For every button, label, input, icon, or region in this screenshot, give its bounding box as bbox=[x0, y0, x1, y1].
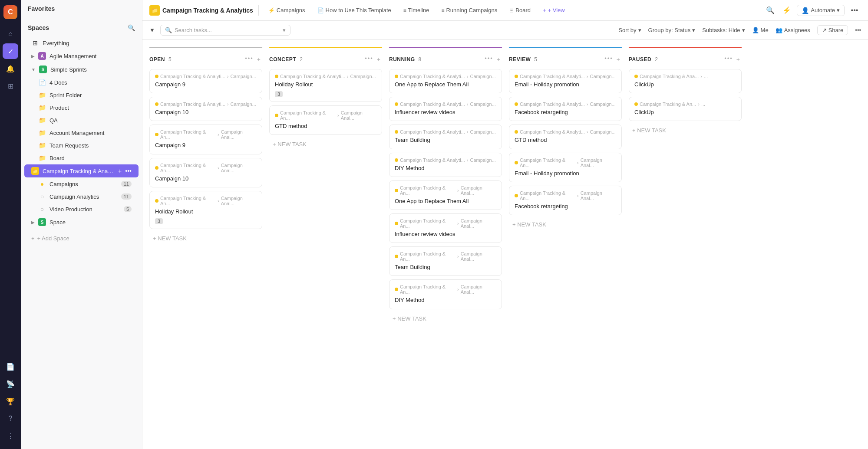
card-running-4[interactable]: Campaign Tracking & An... › Campaign Ana… bbox=[389, 180, 502, 210]
more-options-button[interactable]: ••• bbox=[848, 4, 861, 17]
column-menu-concept[interactable]: ••• bbox=[365, 55, 373, 64]
card-running-6[interactable]: Campaign Tracking & An... › Campaign Ana… bbox=[389, 246, 502, 276]
card-title: ClickUp bbox=[634, 81, 736, 88]
sidebar-item-board[interactable]: 📁 Board bbox=[24, 152, 139, 164]
card-open-2[interactable]: Campaign Tracking & An... › Campaign Ana… bbox=[149, 125, 262, 154]
card-review-2[interactable]: Campaign Tracking & Analyti... › Campaig… bbox=[509, 125, 622, 149]
subtasks-button[interactable]: Subtasks: Hide ▾ bbox=[702, 27, 745, 33]
sidebar-item-campaigns[interactable]: ● Campaigns 11 bbox=[24, 178, 139, 190]
add-list-icon[interactable]: + bbox=[118, 167, 122, 174]
card-review-1[interactable]: Campaign Tracking & Analyti... › Campaig… bbox=[509, 97, 622, 121]
add-view-button[interactable]: + + View bbox=[538, 5, 569, 15]
sidebar-item-label: Product bbox=[50, 105, 69, 111]
card-paused-1[interactable]: Campaign Tracking & An... › ... ClickUp bbox=[629, 97, 742, 121]
new-task-paused[interactable]: + NEW TASK bbox=[629, 125, 742, 136]
add-space-button[interactable]: + + Add Space bbox=[24, 233, 139, 244]
new-task-review[interactable]: + NEW TASK bbox=[509, 219, 622, 230]
help-icon[interactable]: ? bbox=[3, 411, 18, 426]
home-icon[interactable]: ⌂ bbox=[3, 26, 18, 42]
tasks-icon[interactable]: ✓ bbox=[3, 43, 18, 59]
sort-by-button[interactable]: Sort by ▾ bbox=[618, 27, 641, 33]
card-title: Influencer review videos bbox=[395, 230, 496, 238]
chevron-right-icon: ▶ bbox=[31, 54, 35, 59]
space-avatar: S bbox=[38, 218, 46, 226]
card-concept-0[interactable]: Campaign Tracking & Analyti... › Campaig… bbox=[269, 69, 382, 102]
dot-menu-icon[interactable]: ••• bbox=[125, 167, 132, 174]
card-open-3[interactable]: Campaign Tracking & An... › Campaign Ana… bbox=[149, 158, 262, 187]
sidebar-header: Favorites bbox=[21, 0, 142, 17]
column-add-paused[interactable]: + bbox=[735, 55, 742, 64]
column-menu-review[interactable]: ••• bbox=[604, 55, 613, 64]
more-vertical-icon[interactable]: ⋮ bbox=[3, 428, 18, 444]
card-open-4[interactable]: Campaign Tracking & An... › Campaign Ana… bbox=[149, 191, 262, 229]
sidebar-item-simple-sprints[interactable]: ▼ S Simple Sprints bbox=[24, 63, 139, 76]
folder-icon: 📁 bbox=[38, 92, 46, 98]
card-review-3[interactable]: Campaign Tracking & An... › Campaign Ana… bbox=[509, 153, 622, 182]
sidebar-item-sprint-folder[interactable]: 📁 Sprint Folder bbox=[24, 89, 139, 101]
card-running-2[interactable]: Campaign Tracking & Analyti... › Campaig… bbox=[389, 125, 502, 149]
automate-button[interactable]: 👤 Automate ▾ bbox=[797, 5, 845, 16]
search-icon[interactable]: 🔍 bbox=[128, 24, 135, 31]
column-add-review[interactable]: + bbox=[615, 55, 622, 64]
breadcrumb-sub: Campaign... bbox=[470, 129, 495, 134]
column-menu-paused[interactable]: ••• bbox=[724, 55, 733, 64]
add-view-label: + View bbox=[548, 7, 565, 13]
card-running-0[interactable]: Campaign Tracking & Analyti... › Campaig… bbox=[389, 69, 502, 93]
column-header-concept: CONCEPT 2 ••• + bbox=[269, 53, 382, 66]
card-running-3[interactable]: Campaign Tracking & Analyti... › Campaig… bbox=[389, 153, 502, 177]
trophy-icon[interactable]: 🏆 bbox=[3, 393, 18, 409]
board-tab[interactable]: ⊟ Board bbox=[505, 5, 535, 15]
running-campaigns-tab[interactable]: ≡ Running Campaigns bbox=[437, 5, 502, 15]
breadcrumb-text: Campaign Tracking & An... bbox=[160, 196, 216, 206]
sidebar-item-campaign-analytics[interactable]: ○ Campaign Analytics 11 bbox=[24, 190, 139, 203]
sidebar-item-space[interactable]: ▶ S Space bbox=[24, 216, 139, 229]
bell-icon[interactable]: 🔔 bbox=[3, 61, 18, 76]
sidebar-item-video-production[interactable]: ○ Video Production 5 bbox=[24, 203, 139, 215]
column-menu-running[interactable]: ••• bbox=[485, 55, 493, 64]
column-add-open[interactable]: + bbox=[255, 55, 262, 64]
more-toolbar-button[interactable]: ••• bbox=[855, 27, 861, 33]
me-filter-button[interactable]: 👤 Me bbox=[752, 27, 769, 33]
filter-button[interactable]: ▼ bbox=[149, 27, 155, 33]
timeline-tab[interactable]: ≡ Timeline bbox=[399, 5, 434, 15]
card-running-5[interactable]: Campaign Tracking & An... › Campaign Ana… bbox=[389, 213, 502, 243]
search-tasks-input[interactable]: 🔍 Search tasks... ▾ bbox=[160, 25, 290, 36]
grid-icon[interactable]: ⊞ bbox=[3, 78, 18, 94]
doc-icon[interactable]: 📄 bbox=[3, 359, 18, 374]
card-concept-1[interactable]: Campaign Tracking & An... › Campaign Ana… bbox=[269, 105, 382, 135]
new-task-running[interactable]: + NEW TASK bbox=[389, 313, 502, 324]
card-paused-0[interactable]: Campaign Tracking & Ana... › ... ClickUp bbox=[629, 69, 742, 93]
sidebar-item-team-requests[interactable]: 📁 Team Requests bbox=[24, 139, 139, 151]
card-title: Campaign 10 bbox=[155, 175, 257, 183]
lightning-button[interactable]: ⚡ bbox=[780, 4, 793, 17]
sidebar-item-campaign-tracking[interactable]: 📁 Campaign Tracking & Analy... + ••• bbox=[24, 164, 139, 177]
sidebar-item-account-mgmt[interactable]: 📁 Account Management bbox=[24, 127, 139, 139]
assignees-button[interactable]: 👥 Assignees bbox=[776, 27, 810, 33]
campaigns-tab[interactable]: ⚡ Campaigns bbox=[264, 5, 310, 15]
group-by-button[interactable]: Group by: Status ▾ bbox=[648, 27, 696, 33]
how-to-tab[interactable]: 📄 How to Use This Template bbox=[313, 5, 396, 15]
app-logo[interactable]: C bbox=[3, 5, 17, 19]
column-add-concept[interactable]: + bbox=[375, 55, 382, 64]
card-open-0[interactable]: Campaign Tracking & Analyti... › Campaig… bbox=[149, 69, 262, 93]
breadcrumb-arrow-icon: › bbox=[337, 113, 339, 118]
sidebar-item-qa[interactable]: 📁 QA bbox=[24, 114, 139, 126]
new-task-concept[interactable]: + NEW TASK bbox=[269, 138, 382, 150]
card-running-1[interactable]: Campaign Tracking & Analyti... › Campaig… bbox=[389, 97, 502, 121]
sidebar-item-4docs[interactable]: 📄 4 Docs bbox=[24, 76, 139, 88]
search-button[interactable]: 🔍 bbox=[764, 4, 777, 17]
sidebar-item-agile[interactable]: ▶ A Agile Management bbox=[24, 49, 139, 62]
share-button[interactable]: ↗ Share bbox=[817, 25, 848, 35]
column-menu-open[interactable]: ••• bbox=[245, 55, 254, 64]
column-add-running[interactable]: + bbox=[495, 55, 502, 64]
sidebar-item-label: Board bbox=[50, 155, 65, 161]
card-review-4[interactable]: Campaign Tracking & An... › Campaign Ana… bbox=[509, 186, 622, 215]
card-open-1[interactable]: Campaign Tracking & Analyti... › Campaig… bbox=[149, 97, 262, 121]
new-task-open[interactable]: + NEW TASK bbox=[149, 233, 262, 244]
card-review-0[interactable]: Campaign Tracking & Analyti... › Campaig… bbox=[509, 69, 622, 93]
sidebar-item-product[interactable]: 📁 Product bbox=[24, 102, 139, 114]
sidebar-item-everything[interactable]: ⊞ Everything bbox=[24, 37, 139, 49]
radio-icon[interactable]: 📡 bbox=[3, 376, 18, 392]
topbar-left: 📁 Campaign Tracking & Analytics bbox=[149, 5, 253, 16]
card-running-7[interactable]: Campaign Tracking & An... › Campaign Ana… bbox=[389, 279, 502, 309]
